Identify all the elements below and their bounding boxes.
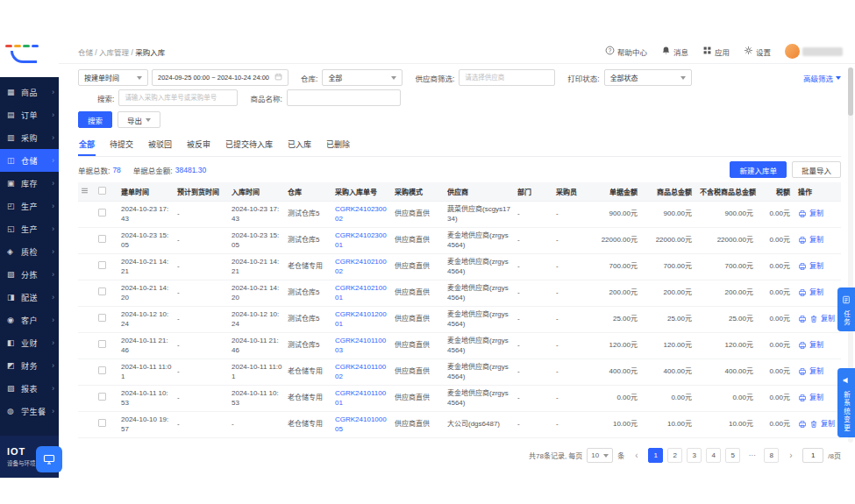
sidebar-item-10[interactable]: ◉客户› — [0, 309, 59, 331]
copy-link[interactable]: 复制 — [809, 262, 823, 270]
sidebar-iot-section[interactable]: IOT 设备与环境 — [0, 436, 59, 478]
row-checkbox[interactable] — [98, 340, 106, 348]
delete-icon[interactable] — [809, 420, 818, 429]
sidebar-item-3[interactable]: ◫仓储› — [0, 149, 59, 172]
tab-5[interactable]: 已入库 — [287, 135, 312, 156]
copy-link[interactable]: 复制 — [809, 236, 823, 244]
print-icon[interactable] — [798, 420, 807, 429]
user-account[interactable] — [785, 44, 843, 59]
sidebar-item-2[interactable]: ▥采购› — [0, 126, 59, 149]
copy-link[interactable]: 复制 — [809, 288, 823, 296]
search-button[interactable]: 搜索 — [78, 111, 112, 128]
create-inbound-button[interactable]: 新建入库单 — [730, 161, 787, 178]
iot-device-icon[interactable] — [36, 446, 62, 472]
print-icon[interactable] — [798, 394, 807, 402]
sidebar-item-4[interactable]: ▣库存› — [0, 172, 59, 195]
print-icon[interactable] — [798, 236, 807, 245]
per-page-select[interactable]: 10 — [587, 448, 613, 463]
task-float-button[interactable]: 任务 — [837, 287, 855, 331]
advanced-filter-button[interactable]: 高级筛选 — [803, 73, 841, 83]
order-no-link[interactable]: CGRK2410210001 — [335, 284, 387, 302]
print-icon[interactable] — [798, 262, 807, 271]
print-icon[interactable] — [798, 288, 807, 297]
row-checkbox[interactable] — [98, 314, 106, 322]
apps-button[interactable]: 应用 — [702, 46, 730, 57]
tab-3[interactable]: 被反审 — [186, 135, 211, 156]
sidebar-item-8[interactable]: ▧分拣› — [0, 263, 59, 286]
cell-goods-total: 22000.00元 — [643, 228, 697, 254]
tab-4[interactable]: 已提交待入库 — [224, 135, 274, 156]
print-status-select[interactable]: 全部状态 — [604, 69, 692, 86]
sidebar-item-9[interactable]: ◨配送› — [0, 286, 59, 309]
prev-page-button[interactable]: ‹ — [629, 448, 644, 463]
vertical-scrollbar-thumb[interactable] — [848, 67, 853, 116]
messages-button[interactable]: 消息 — [661, 46, 688, 57]
search-input[interactable] — [118, 89, 238, 106]
copy-link[interactable]: 复制 — [821, 315, 835, 323]
page-button-8[interactable]: 8 — [764, 448, 779, 463]
order-no-link[interactable]: CGRK2410230002 — [335, 205, 387, 223]
copy-link[interactable]: 复制 — [821, 420, 835, 428]
batch-import-button[interactable]: 批量导入 — [792, 161, 841, 178]
next-page-button[interactable]: › — [783, 448, 798, 463]
sidebar-item-7[interactable]: ◈质检› — [0, 240, 59, 263]
page-jump-input[interactable] — [802, 448, 823, 463]
supplier-filter-input[interactable] — [459, 69, 555, 86]
row-checkbox[interactable] — [98, 261, 106, 269]
tab-1[interactable]: 待提交 — [109, 135, 134, 156]
cell-dept: - — [515, 202, 553, 228]
order-no-link[interactable]: CGRK2410210002 — [335, 258, 387, 275]
product-name-input[interactable] — [287, 89, 401, 106]
print-icon[interactable] — [798, 367, 807, 376]
sidebar-item-14[interactable]: ◍学生餐› — [0, 400, 59, 422]
export-button[interactable]: 导出 — [118, 111, 160, 128]
date-range-value[interactable] — [158, 74, 274, 82]
copy-link[interactable]: 复制 — [809, 341, 823, 349]
date-range-input[interactable] — [152, 69, 289, 86]
row-checkbox[interactable] — [98, 209, 106, 217]
row-checkbox[interactable] — [98, 287, 106, 295]
tab-0[interactable]: 全部 — [78, 135, 96, 156]
order-no-link[interactable]: CGRK2410120001 — [335, 310, 387, 328]
page-button-2[interactable]: 2 — [667, 448, 682, 463]
warehouse-select[interactable]: 全部 — [322, 69, 403, 86]
row-checkbox[interactable] — [98, 419, 106, 427]
sidebar-item-12[interactable]: ◩财务› — [0, 354, 59, 377]
page-button-3[interactable]: 3 — [687, 448, 702, 463]
help-center-button[interactable]: ? 帮助中心 — [605, 46, 647, 57]
select-all-checkbox[interactable] — [98, 187, 106, 195]
delete-icon[interactable] — [809, 315, 818, 323]
sidebar-item-6[interactable]: ◱生产› — [0, 217, 59, 240]
cell-tax: 0.00元 — [759, 280, 795, 307]
page-button-1[interactable]: 1 — [648, 448, 663, 463]
tab-2[interactable]: 被驳回 — [147, 135, 173, 156]
row-checkbox[interactable] — [98, 393, 106, 401]
announcement-float-button[interactable]: 新系统变更 — [837, 368, 855, 437]
copy-link[interactable]: 复制 — [809, 209, 823, 217]
order-no-link[interactable]: CGRK2410110001 — [335, 389, 386, 407]
row-checkbox[interactable] — [98, 366, 106, 374]
sidebar-item-1[interactable]: ▤订单› — [0, 103, 59, 126]
print-icon[interactable] — [798, 315, 807, 323]
settings-button[interactable]: 设置 — [744, 46, 771, 57]
copy-link[interactable]: 复制 — [809, 394, 823, 401]
tab-6[interactable]: 已删除 — [325, 135, 351, 156]
page-button-5[interactable]: 5 — [725, 448, 740, 463]
table-row: 2024-10-23 17:43-2024-10-23 17:43测试仓库5CG… — [78, 202, 841, 228]
page-button-4[interactable]: 4 — [706, 448, 721, 463]
order-no-link[interactable]: CGRK2410110003 — [335, 337, 386, 354]
iot-title: IOT — [7, 446, 36, 457]
order-no-link[interactable]: CGRK2410100005 — [335, 415, 387, 433]
sidebar-item-13[interactable]: ▨报表› — [0, 377, 59, 400]
sidebar-item-5[interactable]: ◰生产› — [0, 195, 59, 217]
sidebar-item-0[interactable]: ▦商品› — [0, 81, 59, 103]
print-icon[interactable] — [798, 341, 807, 350]
order-no-link[interactable]: CGRK2410230001 — [335, 231, 387, 249]
row-checkbox[interactable] — [98, 235, 106, 243]
sidebar-item-11[interactable]: ◧业财› — [0, 331, 59, 354]
column-settings-icon[interactable] — [78, 182, 96, 202]
print-icon[interactable] — [798, 209, 807, 218]
order-no-link[interactable]: CGRK2410110002 — [335, 363, 386, 380]
copy-link[interactable]: 复制 — [809, 367, 823, 375]
time-field-select[interactable]: 按建单时间 — [78, 69, 148, 86]
